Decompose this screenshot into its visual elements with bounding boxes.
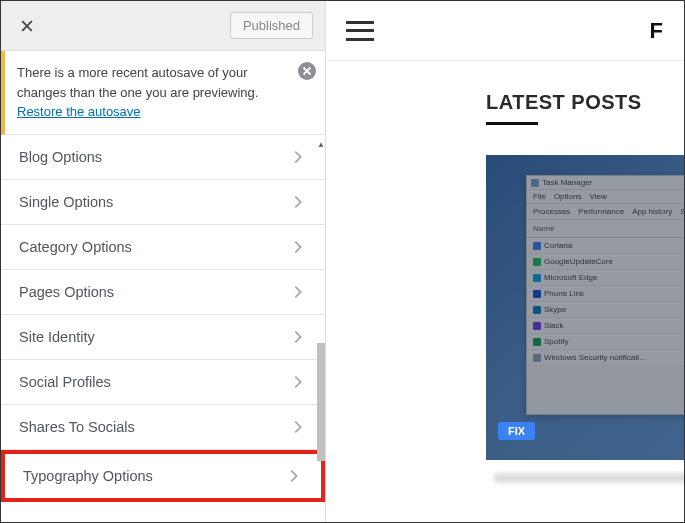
chevron-right-icon (289, 193, 307, 211)
site-logo-fragment: F (650, 18, 664, 44)
sidebar-header: Published (1, 1, 325, 51)
chevron-right-icon (289, 148, 307, 166)
chevron-right-icon (289, 238, 307, 256)
dismiss-notice-button[interactable] (297, 61, 317, 81)
heading-underline (486, 122, 538, 125)
menu-item-category-options[interactable]: Category Options (1, 225, 325, 270)
menu-item-label: Pages Options (19, 284, 114, 300)
scrollbar-thumb[interactable] (317, 343, 325, 461)
latest-posts-heading: LATEST POSTS (486, 91, 684, 114)
fix-badge: FIX (498, 422, 535, 440)
menu-item-typography-options[interactable]: Typography Options (1, 450, 325, 502)
menu-item-social-profiles[interactable]: Social Profiles (1, 360, 325, 405)
menu-item-label: Typography Options (23, 468, 153, 484)
customizer-menu: Blog Options Single Options Category Opt… (1, 135, 325, 523)
menu-item-shares-to-socials[interactable]: Shares To Socials (1, 405, 325, 450)
preview-header: F (326, 1, 684, 61)
menu-item-site-identity[interactable]: Site Identity (1, 315, 325, 360)
dismiss-icon (297, 61, 317, 81)
menu-item-label: Shares To Socials (19, 419, 135, 435)
preview-body: LATEST POSTS Task Manager File Options V… (326, 61, 684, 495)
menu-item-label: Single Options (19, 194, 113, 210)
post-title-strip (486, 460, 684, 495)
chevron-right-icon (289, 328, 307, 346)
customizer-sidebar: Published There is a more recent autosav… (1, 1, 326, 522)
autosave-notice: There is a more recent autosave of your … (1, 51, 325, 135)
menu-item-label: Site Identity (19, 329, 95, 345)
chevron-right-icon (289, 373, 307, 391)
close-icon (19, 18, 35, 34)
thumbnail-overlay (486, 155, 684, 495)
menu-item-blog-options[interactable]: Blog Options (1, 135, 325, 180)
site-preview: F LATEST POSTS Task Manager File Options… (326, 1, 684, 522)
close-customizer-button[interactable] (13, 12, 41, 40)
chevron-right-icon (285, 467, 303, 485)
publish-status-button[interactable]: Published (230, 12, 313, 39)
menu-item-single-options[interactable]: Single Options (1, 180, 325, 225)
notice-text: There is a more recent autosave of your … (17, 65, 258, 100)
sidebar-scrollbar[interactable]: ▲ (317, 140, 325, 523)
post-card[interactable]: Task Manager File Options View Processes… (486, 155, 684, 495)
menu-item-label: Social Profiles (19, 374, 111, 390)
chevron-right-icon (289, 418, 307, 436)
menu-item-label: Category Options (19, 239, 132, 255)
menu-item-pages-options[interactable]: Pages Options (1, 270, 325, 315)
post-title-placeholder (494, 473, 684, 483)
hamburger-menu-button[interactable] (346, 21, 374, 41)
scroll-up-arrow-icon[interactable]: ▲ (317, 140, 325, 148)
restore-autosave-link[interactable]: Restore the autosave (17, 104, 141, 119)
chevron-right-icon (289, 283, 307, 301)
menu-item-label: Blog Options (19, 149, 102, 165)
